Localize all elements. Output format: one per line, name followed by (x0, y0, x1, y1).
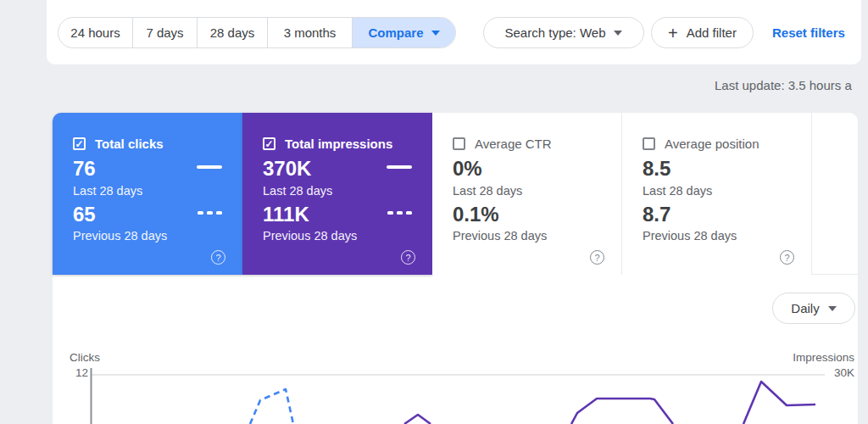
metric-label-previous: Previous 28 days (73, 229, 167, 243)
add-filter-label: Add filter (687, 25, 737, 40)
compare-label: Compare (368, 25, 423, 40)
granularity-dropdown[interactable]: Daily (772, 293, 855, 324)
tile-title: Average CTR (475, 137, 552, 151)
metric-value-current: 370K (263, 157, 311, 181)
checkbox-unchecked-icon[interactable] (643, 137, 655, 150)
compare-button[interactable]: Compare (352, 18, 455, 47)
tile-title: Total clicks (95, 137, 164, 151)
right-axis-title: Impressions (719, 351, 854, 364)
dashed-line-legend-icon (387, 211, 412, 215)
metric-value-previous: 111K (263, 203, 309, 226)
chevron-down-icon (828, 306, 837, 311)
date-range-segmented-group: 24 hours 7 days 28 days 3 months Compare (58, 17, 456, 48)
search-type-label: Search type: Web (505, 25, 606, 40)
metric-label-current: Last 28 days (453, 184, 522, 198)
tile-header: Average CTR (453, 137, 552, 151)
date-range-7-days[interactable]: 7 days (132, 18, 197, 47)
metric-label-previous: Previous 28 days (263, 229, 357, 243)
dashed-line-legend-icon (198, 211, 222, 215)
solid-line-legend-icon (197, 165, 222, 169)
metric-value-current: 0% (453, 157, 482, 181)
tile-header: Average position (643, 137, 759, 151)
metric-value-previous: 0.1% (453, 203, 499, 226)
metric-value-current: 8.5 (643, 157, 670, 181)
checkbox-unchecked-icon[interactable] (453, 137, 465, 150)
tile-header: ✓ Total impressions (263, 137, 392, 151)
checkbox-checked-icon[interactable]: ✓ (73, 137, 86, 150)
date-range-28-days[interactable]: 28 days (197, 18, 267, 47)
filters-toolbar: 24 hours 7 days 28 days 3 months Compare… (47, 0, 861, 64)
metric-label-previous: Previous 28 days (643, 229, 737, 243)
solid-line-legend-icon (387, 165, 412, 169)
tile-title: Total impressions (285, 137, 392, 151)
search-type-dropdown[interactable]: Search type: Web (483, 17, 644, 48)
metric-label-current: Last 28 days (263, 184, 332, 198)
metric-tile-total-clicks[interactable]: ✓ Total clicks 76 Last 28 days 65 Previo… (53, 113, 242, 275)
left-axis-tick: 12 (63, 366, 88, 379)
metric-tile-total-impressions[interactable]: ✓ Total impressions 370K Last 28 days 11… (242, 113, 432, 275)
metric-value-previous: 65 (73, 203, 96, 226)
metric-value-current: 76 (73, 157, 96, 181)
date-range-3-months[interactable]: 3 months (267, 18, 352, 47)
checkbox-checked-icon[interactable]: ✓ (263, 137, 275, 150)
metric-value-previous: 8.7 (643, 203, 670, 226)
granularity-label: Daily (791, 301, 819, 315)
chevron-down-icon (431, 31, 440, 36)
metric-tiles-row: ✓ Total clicks 76 Last 28 days 65 Previo… (53, 113, 858, 275)
metric-label-current: Last 28 days (73, 184, 142, 198)
chevron-down-icon (614, 31, 622, 36)
left-axis-title: Clicks (70, 351, 100, 364)
tile-title: Average position (665, 137, 759, 151)
help-icon[interactable]: ? (401, 250, 415, 265)
plus-icon: + (668, 25, 678, 42)
tile-header: ✓ Total clicks (73, 137, 164, 151)
last-update-text: Last update: 3.5 hours a (715, 78, 852, 92)
metric-label-previous: Previous 28 days (453, 229, 547, 243)
date-range-24-hours[interactable]: 24 hours (58, 18, 132, 47)
add-filter-button[interactable]: + Add filter (651, 17, 754, 48)
metric-tile-average-position[interactable]: Average position 8.5 Last 28 days 8.7 Pr… (622, 113, 812, 275)
help-icon[interactable]: ? (211, 250, 225, 265)
help-icon[interactable]: ? (780, 250, 794, 265)
reset-filters-link[interactable]: Reset filters (772, 17, 845, 48)
right-axis-tick: 30K (719, 366, 854, 379)
help-icon[interactable]: ? (590, 250, 604, 265)
metric-label-current: Last 28 days (643, 184, 712, 198)
metric-tile-average-ctr[interactable]: Average CTR 0% Last 28 days 0.1% Previou… (432, 113, 622, 275)
